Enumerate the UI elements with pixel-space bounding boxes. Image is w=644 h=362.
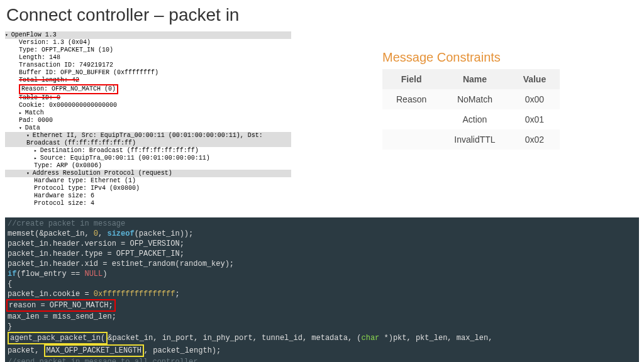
- th-name: Name: [440, 69, 509, 89]
- field-length: Length: 148: [5, 54, 291, 62]
- arp-label: Address Resolution Protocol (request): [33, 170, 172, 177]
- code-line: packet, MAX_OFP_PACKET_LENGTH, packet_le…: [8, 344, 636, 357]
- code-line: packet_in.header.type = OFPT_PACKET_IN;: [8, 249, 294, 259]
- field-arp: Address Resolution Protocol (request): [5, 170, 291, 177]
- openflow-label: OpenFlow 1.3: [11, 31, 57, 38]
- code-line: }: [8, 322, 294, 332]
- page-title: Connect controller – packet in: [0, 0, 644, 28]
- field-table: Table ID: 0: [5, 94, 291, 102]
- table-row: InvalidTTL 0x02: [382, 129, 560, 150]
- data-label: Data: [25, 124, 40, 131]
- field-src: Source: EquipTra_00:00:11 (00:01:00:00:0…: [5, 155, 291, 162]
- cell-field: [382, 129, 440, 150]
- src-label: Source: EquipTra_00:00:11 (00:01:00:00:0…: [40, 155, 210, 162]
- field-totlen: Total length: 42: [5, 77, 291, 84]
- cell-value: 0x00: [509, 89, 560, 109]
- code-line: {: [8, 279, 294, 289]
- th-value: Value: [509, 69, 560, 89]
- cell-value: 0x01: [509, 109, 560, 129]
- cell-value: 0x02: [509, 129, 560, 150]
- cell-name: Action: [440, 109, 509, 129]
- field-match: Match: [5, 109, 291, 117]
- code-line: agent_pack_packet_in(&packet_in, in_port…: [8, 332, 636, 344]
- code-line: //send packet in message to all controll…: [8, 357, 636, 362]
- match-label: Match: [25, 109, 44, 116]
- eth-label: Ethernet II, Src: EquipTra_00:00:11 (00:…: [26, 132, 263, 146]
- cell-name: InvalidTTL: [440, 129, 509, 150]
- agent-pack-highlight: agent_pack_packet_in(: [8, 332, 108, 344]
- field-reason-row: Reason: OFPR_NO_MATCH (0): [5, 84, 291, 94]
- code-line: memset(&packet_in, 0, sizeof(packet_in))…: [8, 229, 294, 239]
- field-hwtype: Hardware type: Ethernet (1): [5, 177, 291, 185]
- code-panel: //create packet in message memset(&packe…: [5, 217, 639, 362]
- code-line-reason: reason = OFPR_NO_MATCH;: [8, 299, 294, 312]
- field-txid: Transaction ID: 749219172: [5, 62, 291, 69]
- field-psize: Protocol size: 4: [5, 200, 291, 207]
- reason-highlight-box: reason = OFPR_NO_MATCH;: [6, 299, 116, 312]
- code-line: packet_in.cookie = 0xffffffffffffffff;: [8, 289, 294, 299]
- constraints-title: Message Constraints: [382, 50, 501, 65]
- th-field: Field: [382, 69, 440, 89]
- max-length-highlight: MAX_OFP_PACKET_LENGTH: [44, 344, 144, 357]
- table-row: Action 0x01: [382, 109, 560, 129]
- code-line: if(flow_entry == NULL): [8, 269, 294, 279]
- reason-highlight: Reason: OFPR_NO_MATCH (0): [19, 84, 118, 94]
- cell-name: NoMatch: [440, 89, 509, 109]
- field-prototype: Protocol type: IPv4 (0x0800): [5, 185, 291, 192]
- packet-dissection-panel: OpenFlow 1.3 Version: 1.3 (0x04) Type: O…: [5, 31, 291, 207]
- field-type: Type: OFPT_PACKET_IN (10): [5, 47, 291, 54]
- field-pad: Pad: 0000: [5, 117, 291, 124]
- field-data: Data: [5, 124, 291, 132]
- code-line: //create packet in message: [8, 219, 294, 229]
- field-buffer: Buffer ID: OFP_NO_BUFFER (0xffffffff): [5, 69, 291, 77]
- cell-field: Reason: [382, 89, 440, 109]
- field-hwsize: Hardware size: 6: [5, 192, 291, 200]
- field-cookie: Cookie: 0x0000000000000000: [5, 102, 291, 109]
- field-eth: Ethernet II, Src: EquipTra_00:00:11 (00:…: [5, 132, 291, 147]
- table-row: Reason NoMatch 0x00: [382, 89, 560, 109]
- table-header-row: Field Name Value: [382, 69, 560, 89]
- field-version: Version: 1.3 (0x04): [5, 39, 291, 47]
- code-line: packet_in.header.version = OFP_VERSION;: [8, 239, 294, 249]
- code-line: max_len = miss_send_len;: [8, 312, 294, 322]
- constraints-table: Field Name Value Reason NoMatch 0x00 Act…: [382, 69, 560, 150]
- tree-root: OpenFlow 1.3: [5, 31, 291, 39]
- field-ethtype: Type: ARP (0x0806): [5, 162, 291, 170]
- dst-label: Destination: Broadcast (ff:ff:ff:ff:ff:f…: [40, 147, 199, 154]
- code-line: packet_in.header.xid = estinet_random(ra…: [8, 259, 294, 269]
- field-dst: Destination: Broadcast (ff:ff:ff:ff:ff:f…: [5, 147, 291, 155]
- cell-field: [382, 109, 440, 129]
